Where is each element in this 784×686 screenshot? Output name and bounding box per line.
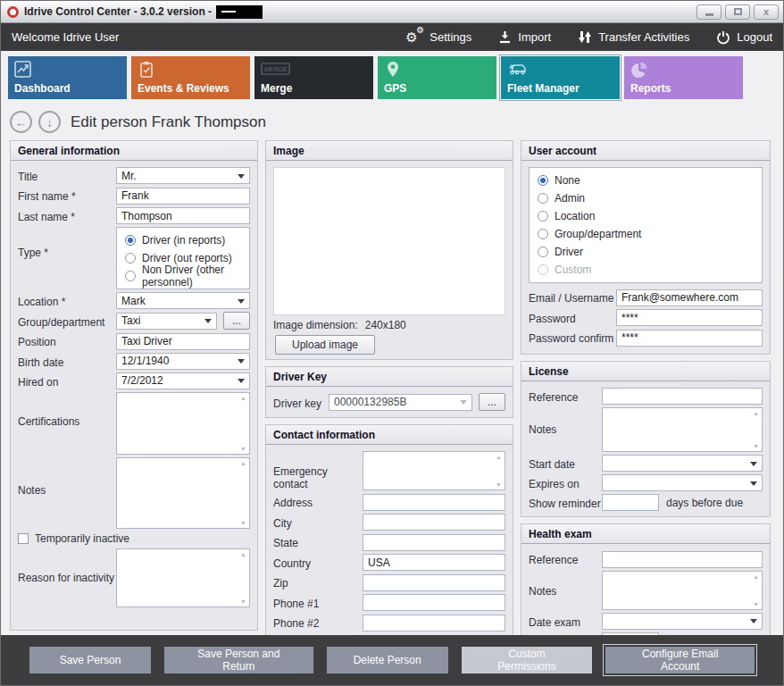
driver-key-browse-button[interactable]: ...: [479, 393, 505, 411]
panel-header: Driver Key: [266, 367, 513, 387]
chevron-down-icon: [750, 619, 757, 627]
first-name-field[interactable]: [116, 188, 250, 205]
tab-strip: Dashboard Events & Reviews MERGE Merge G…: [1, 51, 783, 103]
download-icon: [498, 30, 512, 44]
gears-icon: ⚙⚙: [407, 29, 423, 45]
country-field[interactable]: [363, 554, 505, 571]
country-label: Country: [273, 555, 363, 570]
clipboard-check-icon: [138, 61, 155, 79]
chevron-down-icon: [750, 462, 757, 470]
radio-role-location[interactable]: Location: [538, 209, 754, 223]
pie-chart-icon: [630, 61, 648, 79]
tab-fleet-manager[interactable]: Fleet Manager: [501, 56, 620, 99]
state-field[interactable]: [363, 534, 505, 551]
health-reference-field[interactable]: [602, 551, 763, 568]
zip-field[interactable]: [363, 574, 505, 591]
tab-dashboard[interactable]: Dashboard: [8, 56, 127, 99]
start-date-dropdown[interactable]: [602, 455, 763, 472]
license-reminder-field[interactable]: [602, 494, 659, 511]
temporarily-inactive-checkbox[interactable]: [18, 533, 29, 544]
radio-role-custom: Custom: [538, 263, 754, 277]
last-name-label: Last name *: [18, 208, 116, 223]
password-confirm-label: Password confirm: [529, 330, 616, 345]
group-department-dropdown[interactable]: Taxi: [116, 313, 217, 330]
title-dropdown[interactable]: Mr.: [116, 167, 250, 184]
settings-button[interactable]: ⚙⚙ Settings: [407, 29, 471, 45]
chevron-down-icon: [750, 481, 757, 489]
radio-role-none[interactable]: None: [538, 173, 754, 188]
phone2-field[interactable]: [363, 615, 505, 632]
close-button[interactable]: x: [754, 4, 779, 20]
back-arrow-icon: ←: [15, 116, 28, 129]
tab-label: Reports: [630, 82, 671, 95]
driver-key-label: Driver key: [273, 395, 329, 410]
panel-header: Health exam: [521, 524, 770, 544]
title-label: Title: [18, 168, 116, 183]
save-person-button[interactable]: Save Person: [29, 647, 151, 673]
driver-key-dropdown[interactable]: 00000132985B: [329, 394, 472, 411]
license-reference-label: Reference: [529, 389, 602, 404]
panel-header: Contact information: [266, 425, 513, 445]
notes-label: Notes: [18, 457, 116, 497]
position-field[interactable]: [116, 333, 250, 350]
tab-merge[interactable]: MERGE Merge: [254, 56, 373, 99]
emergency-contact-label: Emergency contact: [273, 451, 363, 490]
email-username-field[interactable]: [616, 289, 763, 306]
address-field[interactable]: [363, 494, 505, 511]
phone1-field[interactable]: [363, 594, 505, 611]
chevron-down-icon: [204, 319, 212, 327]
position-label: Position: [18, 333, 116, 348]
password-field[interactable]: [616, 309, 763, 326]
transfer-activities-button[interactable]: Transfer Activities: [578, 30, 689, 44]
save-person-and-return-button[interactable]: Save Person and Return: [164, 647, 313, 673]
tab-events-reviews[interactable]: Events & Reviews: [131, 56, 250, 99]
radio-role-admin[interactable]: Admin: [538, 191, 754, 205]
health-notes-label: Notes: [529, 571, 602, 598]
panel-header: General information: [11, 141, 257, 161]
birth-date-dropdown[interactable]: 12/1/1940: [116, 353, 250, 370]
tab-label: GPS: [384, 82, 406, 95]
driver-key-panel: Driver Key Driver key 00000132985B ...: [265, 366, 513, 418]
health-notes-textarea[interactable]: [602, 571, 763, 610]
radio-role-group-department[interactable]: Group/department: [538, 227, 754, 241]
last-name-field[interactable]: [116, 207, 250, 224]
location-dropdown[interactable]: Mark: [116, 292, 250, 309]
svg-text:MERGE: MERGE: [264, 66, 288, 72]
tab-label: Events & Reviews: [138, 82, 229, 95]
license-reference-field[interactable]: [602, 388, 763, 405]
delete-person-button[interactable]: Delete Person: [327, 647, 448, 673]
group-browse-button[interactable]: ...: [223, 312, 250, 330]
logout-button[interactable]: Logout: [716, 30, 772, 45]
hired-on-dropdown[interactable]: 7/2/2012: [116, 372, 250, 389]
certifications-textarea[interactable]: [116, 392, 250, 455]
import-button[interactable]: Import: [498, 30, 551, 44]
configure-email-account-button[interactable]: Configure Email Account: [605, 647, 755, 673]
license-notes-textarea[interactable]: [602, 407, 763, 452]
custom-permissions-button: Custom Permissions: [462, 647, 593, 673]
tab-reports[interactable]: Reports: [624, 56, 743, 99]
tab-label: Fleet Manager: [507, 82, 580, 95]
expires-on-dropdown[interactable]: [602, 474, 763, 491]
power-icon: [716, 30, 730, 45]
radio-driver-in-reports[interactable]: Driver (in reports): [125, 233, 241, 247]
tab-gps[interactable]: GPS: [378, 56, 496, 99]
city-field[interactable]: [363, 514, 505, 531]
radio-icon: [538, 264, 548, 275]
map-pin-icon: [384, 61, 402, 79]
radio-role-driver[interactable]: Driver: [538, 245, 754, 259]
reason-for-inactivity-textarea[interactable]: [116, 548, 250, 607]
password-confirm-field[interactable]: [616, 330, 763, 347]
upload-image-button[interactable]: Upload image: [275, 335, 375, 355]
down-button[interactable]: ↓: [38, 111, 61, 133]
back-button[interactable]: ←: [10, 111, 32, 133]
user-account-panel: User account None Admin Loca: [521, 140, 771, 355]
maximize-button[interactable]: [725, 4, 750, 20]
date-exam-dropdown[interactable]: [602, 613, 763, 630]
import-label: Import: [518, 30, 551, 44]
emergency-contact-textarea[interactable]: [363, 451, 505, 490]
radio-non-driver[interactable]: Non Driver (other personnel): [125, 269, 241, 283]
general-notes-textarea[interactable]: [116, 457, 250, 529]
panel-header: User account: [521, 141, 770, 161]
minimize-button[interactable]: [696, 4, 721, 20]
general-information-panel: General information Title Mr. First name…: [10, 140, 258, 631]
